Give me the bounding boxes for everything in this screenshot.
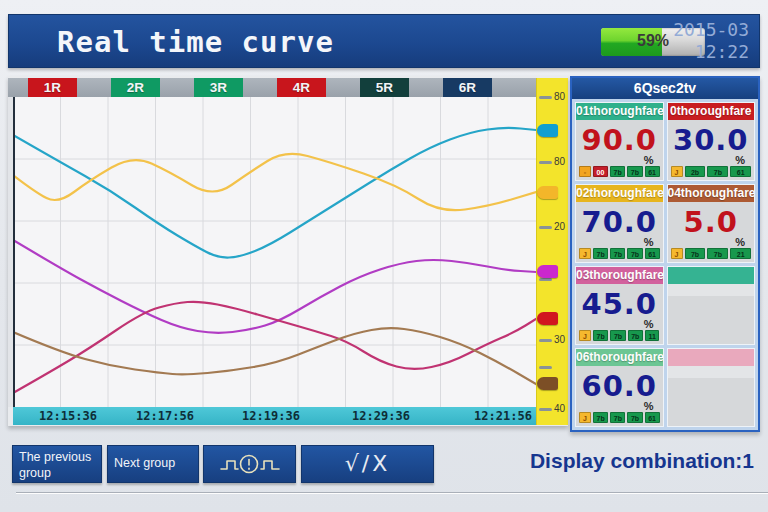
channel-name-header: 04thoroughfare: [668, 185, 755, 202]
alarm-badge: 61: [645, 166, 660, 177]
footer-divider: [16, 492, 768, 494]
scale-tick-label: 30: [554, 334, 565, 345]
alarm-badge: 7b: [628, 330, 643, 341]
channel-cell-04thoroughfare[interactable]: 04thoroughfare5.0%J7b7b21: [667, 184, 756, 263]
previous-group-button[interactable]: The previous group: [12, 445, 102, 483]
cyan-marker: [537, 124, 558, 137]
scale-tick-label: 40: [554, 403, 565, 414]
date-text: 2015-03: [673, 19, 749, 41]
brown-marker: [537, 377, 558, 390]
alarm-badges-row: J7b7b21: [671, 248, 752, 259]
alarm-badge: 11: [645, 330, 660, 341]
alarm-badge: 7b: [627, 248, 642, 259]
scale-strip: 8080203040: [536, 78, 568, 425]
scale-tick: [539, 339, 552, 342]
scale-tick-label: 80: [554, 156, 565, 167]
alarm-badge: 21: [730, 248, 751, 259]
scale-tick: [539, 278, 552, 281]
time-tick-label: 12:19:36: [242, 409, 300, 423]
channel-cell-01thoroughfare[interactable]: 01thoroughfare90.0%▫007b7b61: [575, 102, 664, 181]
magenta-marker: [537, 265, 558, 278]
alarm-badge: 7b: [593, 248, 608, 259]
channel-cells-grid: 01thoroughfare90.0%▫007b7b610thoroughfar…: [572, 99, 758, 430]
empty-cell-band: [668, 284, 755, 296]
alarm-badge: 00: [593, 166, 608, 177]
alarm-badge: 61: [645, 248, 660, 259]
tab-2r[interactable]: 2R: [111, 78, 160, 97]
yellow-curve: [13, 154, 536, 210]
tab-6r[interactable]: 6R: [443, 78, 492, 97]
cyan-curve: [13, 128, 536, 258]
channel-value: 70.0: [576, 205, 663, 239]
alarm-badges-row: J2b7b61: [671, 166, 752, 177]
red-marker: [537, 312, 558, 325]
brown-curve: [13, 328, 536, 384]
tab-1r[interactable]: 1R: [28, 78, 77, 97]
clock: 2015-03 12:22: [673, 19, 749, 63]
channel-value: 60.0: [576, 369, 663, 403]
scale-tick: [539, 161, 552, 164]
alarm-badge: 7b: [627, 412, 642, 423]
alarm-badge: 7b: [685, 248, 706, 259]
tab-4r[interactable]: 4R: [277, 78, 326, 97]
page-title: Real time curve: [57, 25, 334, 59]
group-tabs-bar: 1R2R3R4R5R6R: [8, 78, 536, 97]
channel-panel: 6Qsec2tv 01thoroughfare90.0%▫007b7b610th…: [570, 76, 760, 432]
alarm-badge: 61: [645, 412, 660, 423]
time-tick-label: 12:29:36: [352, 409, 410, 423]
alarm-badge: 7b: [610, 412, 625, 423]
alarm-badge: 7b: [610, 166, 625, 177]
alarm-badge: 61: [730, 166, 751, 177]
channel-name-header: 03thoroughfare: [576, 267, 663, 284]
channel-name-header: [668, 267, 755, 284]
scale-tick-label: 20: [554, 221, 565, 232]
alarm-badge: 7b: [707, 248, 728, 259]
alarm-badge: 7b: [593, 330, 608, 341]
channel-cell-0thoroughfare[interactable]: 0thoroughfare30.0%J2b7b61: [667, 102, 756, 181]
alarm-badges-row: ▫007b7b61: [579, 166, 660, 177]
empty-cell-band: [668, 366, 755, 378]
channel-cell-03thoroughfare[interactable]: 03thoroughfare45.0%J7b7b7b11: [575, 266, 664, 345]
display-combination-value: 1: [742, 449, 754, 472]
confirm-cancel-button[interactable]: √/X: [301, 445, 434, 483]
tab-3r[interactable]: 3R: [194, 78, 243, 97]
tab-5r[interactable]: 5R: [360, 78, 409, 97]
channel-name-header: [668, 349, 755, 366]
scale-tick: [539, 96, 552, 99]
alarm-badge: 2b: [685, 166, 706, 177]
panel-interval-label: 6Qsec2tv: [572, 78, 758, 99]
channel-name-header: 0thoroughfare: [668, 103, 755, 120]
alarm-badge: 7b: [593, 412, 608, 423]
alarm-badge: 7b: [610, 330, 625, 341]
channel-value: 90.0: [576, 123, 663, 157]
alarm-badge: J: [579, 330, 591, 341]
check-cross-label: √/X: [345, 450, 391, 478]
scale-tick-label: 80: [554, 91, 565, 102]
channel-name-header: 01thoroughfare: [576, 103, 663, 120]
channel-cell-empty[interactable]: [667, 266, 756, 345]
scale-tick: [539, 226, 552, 229]
alarm-badge: ▫: [579, 166, 591, 177]
alarm-badge: J: [671, 248, 683, 259]
alarm-badge: 7b: [707, 166, 728, 177]
channel-name-header: 06thoroughfare: [576, 349, 663, 366]
scale-tick: [539, 366, 552, 369]
channel-cell-02thoroughfare[interactable]: 02thoroughfare70.0%J7b7b7b61: [575, 184, 664, 263]
circuit-alarm-icon: [219, 451, 281, 477]
title-bar: Real time curve 59% 2015-03 12:22: [8, 14, 760, 68]
next-group-button[interactable]: Next group: [107, 445, 199, 483]
alarm-circuit-button[interactable]: [203, 445, 296, 483]
alarm-badge: 7b: [627, 166, 642, 177]
yellow-marker: [537, 186, 558, 199]
alarm-badge: J: [671, 166, 683, 177]
scale-tick: [539, 408, 552, 411]
channel-value: 30.0: [668, 123, 755, 157]
channel-value: 45.0: [576, 287, 663, 321]
time-axis-bar: 12:15:3612:17:5612:19:3612:29:3612:21:56: [13, 407, 536, 425]
alarm-badge: J: [579, 248, 591, 259]
channel-cell-06thoroughfare[interactable]: 06thoroughfare60.0%J7b7b7b61: [575, 348, 664, 427]
channel-cell-empty[interactable]: [667, 348, 756, 427]
time-tick-label: 12:17:56: [136, 409, 194, 423]
y-axis-line: [13, 97, 15, 407]
alarm-badges-row: J7b7b7b61: [579, 248, 660, 259]
